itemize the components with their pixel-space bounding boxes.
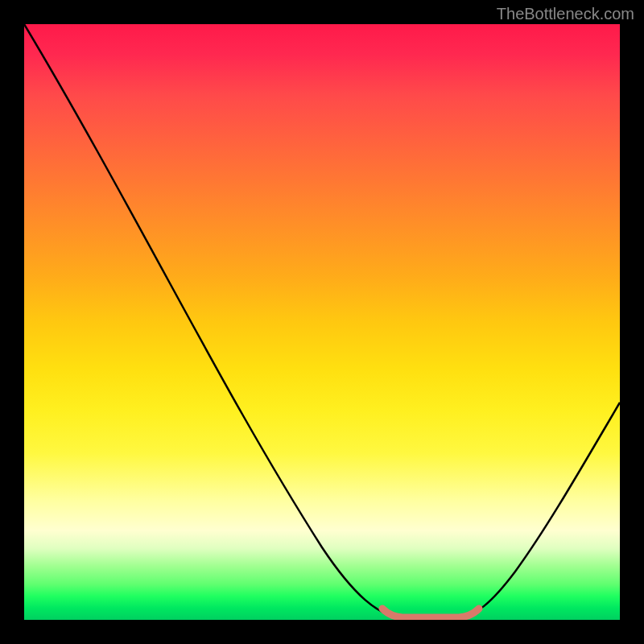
chart-area [24, 24, 620, 620]
curve-svg [24, 24, 620, 620]
optimal-range-marker [382, 609, 479, 617]
watermark-text: TheBottleneck.com [497, 5, 634, 23]
bottleneck-curve-path [24, 24, 620, 618]
